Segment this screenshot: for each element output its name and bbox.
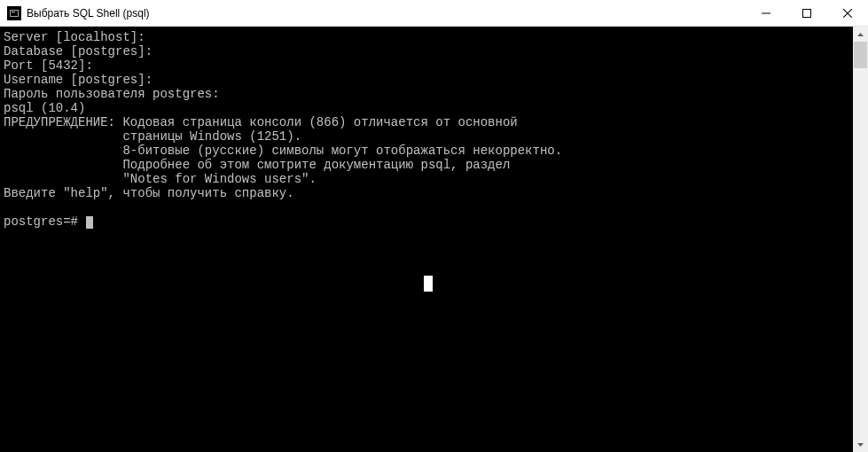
console-line: 8-битовые (русские) символы могут отобра… [4,144,562,158]
console-prompt: postgres=# [4,214,78,229]
console-line: Введите "help", чтобы получить справку. [4,186,294,200]
client-area: Server [localhost]: Database [postgres]:… [0,27,868,452]
svg-rect-1 [803,9,811,17]
console-line: Database [postgres]: [4,44,152,58]
svg-rect-0 [762,12,770,13]
console-line: страницы Windows (1251). [4,129,301,144]
selection-cursor [424,276,433,292]
console-line: Server [localhost]: [4,30,145,44]
console-line: ПРЕДУПРЕЖДЕНИЕ: Кодовая страница консоли… [4,115,518,129]
minimize-button[interactable] [746,0,786,26]
console-line: Подробнее об этом смотрите документацию … [4,158,510,172]
console-output[interactable]: Server [localhost]: Database [postgres]:… [0,27,853,452]
scrollbar-up-button[interactable] [853,27,868,42]
app-icon [7,6,21,20]
close-button[interactable] [827,0,868,26]
console-line: "Notes for Windows users". [4,172,317,186]
console-line: Username [postgres]: [4,73,152,87]
window-title: Выбрать SQL Shell (psql) [27,7,746,19]
scrollbar-down-button[interactable] [853,437,868,452]
text-cursor [86,216,93,229]
console-line: psql (10.4) [4,101,85,115]
vertical-scrollbar[interactable] [853,27,868,452]
console-line: Port [5432]: [4,58,93,73]
console-line: Пароль пользователя postgres: [4,87,220,101]
maximize-button[interactable] [786,0,827,26]
scrollbar-thumb[interactable] [854,42,867,68]
window-controls [746,0,868,26]
window-titlebar: Выбрать SQL Shell (psql) [0,0,868,27]
